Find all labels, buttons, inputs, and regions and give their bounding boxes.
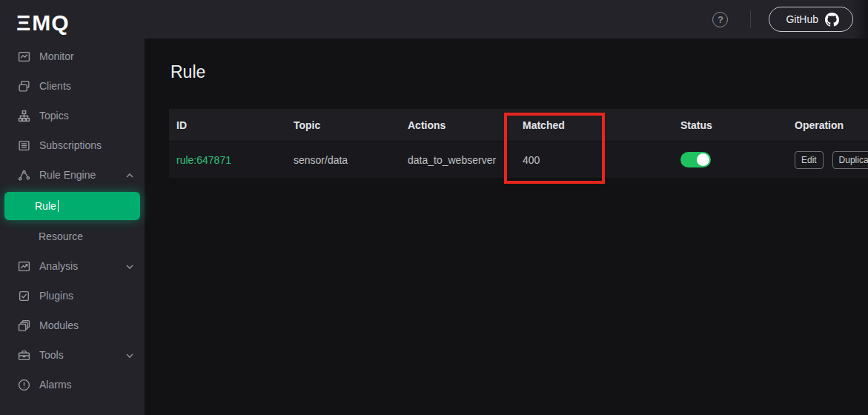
chevron-down-icon (125, 351, 134, 359)
sidebar-item-rule[interactable]: Rule (4, 192, 140, 220)
help-icon[interactable]: ? (712, 12, 728, 27)
sidebar-item-label: Topics (39, 110, 134, 122)
github-icon (825, 13, 839, 27)
sidebar-item-label: Subscriptions (39, 139, 134, 151)
monitor-icon (18, 50, 30, 63)
analysis-icon (18, 260, 30, 273)
sidebar-item-label: Analysis (39, 260, 125, 272)
github-button[interactable]: GitHub (769, 7, 853, 32)
topbar-divider (750, 10, 751, 28)
sidebar-item-label: Modules (39, 319, 134, 331)
column-header-status: Status (673, 119, 787, 131)
text-cursor (58, 200, 59, 212)
toggle-knob (697, 153, 709, 166)
github-button-label: GitHub (786, 13, 818, 25)
sidebar-item-label: Clients (39, 80, 134, 92)
sidebar-item-label: Plugins (39, 290, 134, 302)
tools-icon (18, 349, 30, 362)
topbar: ? GitHub (145, 0, 868, 39)
sidebar-item-rule-engine[interactable]: Rule Engine (0, 160, 145, 190)
chevron-down-icon (125, 262, 134, 270)
sidebar-item-label: Alarms (39, 379, 134, 391)
sidebar-item-clients[interactable]: Clients (0, 71, 145, 101)
column-header-topic: Topic (286, 119, 400, 131)
sidebar-item-monitor[interactable]: Monitor (0, 42, 145, 71)
status-toggle[interactable] (680, 152, 711, 167)
plugins-icon (18, 290, 30, 302)
table-header-row: ID Topic Actions Matched Status Operatio… (169, 109, 868, 141)
emq-logo: ΞMQ (0, 0, 145, 40)
rule-matched-cell: 400 (515, 154, 673, 166)
duplicate-button[interactable]: Duplicate (832, 151, 868, 169)
column-header-matched: Matched (515, 119, 673, 131)
rule-actions-cell: data_to_webserver (400, 154, 515, 166)
sidebar-item-label: Rule (35, 200, 56, 212)
edit-button[interactable]: Edit (795, 151, 824, 169)
rule-engine-icon (18, 169, 30, 182)
sidebar-item-analysis[interactable]: Analysis (0, 251, 145, 281)
sidebar-item-modules[interactable]: Modules (0, 311, 145, 340)
sidebar-item-alarms[interactable]: Alarms (0, 370, 145, 399)
sidebar-item-topics[interactable]: Topics (0, 101, 145, 130)
page-title: Rule (170, 62, 205, 82)
alarms-icon (18, 379, 30, 391)
sidebar-item-label: Resource (39, 230, 83, 242)
emq-logo-text: MQ (32, 10, 69, 36)
sidebar-item-label: Rule Engine (39, 169, 125, 181)
sidebar: ΞMQ Monitor Clients Topics Subscription (0, 0, 145, 415)
rule-table: ID Topic Actions Matched Status Operatio… (169, 109, 868, 178)
clients-icon (18, 80, 30, 93)
sidebar-item-subscriptions[interactable]: Subscriptions (0, 130, 145, 160)
column-header-actions: Actions (400, 119, 515, 131)
table-row: rule:647871 sensor/data data_to_webserve… (169, 141, 868, 178)
rule-id-link[interactable]: rule:647871 (176, 154, 231, 166)
subscriptions-icon (18, 139, 30, 152)
rule-topic-cell: sensor/data (286, 154, 400, 166)
sidebar-item-tools[interactable]: Tools (0, 340, 145, 370)
column-header-operation: Operation (787, 119, 868, 131)
emq-logo-mark: Ξ (16, 10, 31, 36)
column-header-id: ID (169, 119, 286, 131)
sidebar-item-label: Monitor (39, 50, 134, 62)
modules-icon (18, 319, 30, 332)
chevron-up-icon (125, 170, 134, 179)
sidebar-item-label: Tools (39, 349, 125, 361)
sidebar-item-plugins[interactable]: Plugins (0, 281, 145, 311)
sidebar-item-resource[interactable]: Resource (0, 222, 145, 251)
topics-icon (18, 110, 30, 122)
sidebar-menu: Monitor Clients Topics Subscriptions Rul (0, 40, 145, 399)
